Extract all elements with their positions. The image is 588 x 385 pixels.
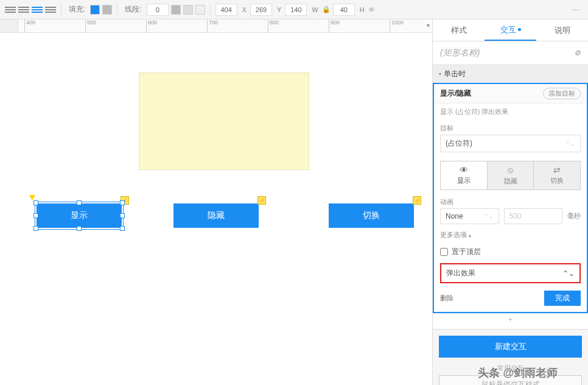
shape-label: 切换 xyxy=(363,210,380,221)
resize-handle[interactable] xyxy=(77,200,82,205)
ruler-tick: 600 xyxy=(146,19,157,33)
chevron-up-icon: ▴ xyxy=(469,233,471,238)
shape-name-placeholder: (矩形名称) xyxy=(440,48,480,58)
ruler-tick: 900 xyxy=(329,19,340,33)
more-options-toggle[interactable]: 更多选项 ▴ xyxy=(434,227,587,243)
canvas[interactable]: 显示 ⚡ 隐藏 ⚡ 切换 ⚡ xyxy=(18,33,432,385)
swap-icon: ⇄ xyxy=(534,165,580,175)
add-action-button[interactable]: + xyxy=(433,313,588,325)
tab-style[interactable]: 样式 xyxy=(433,19,485,41)
align-btn-2[interactable] xyxy=(18,5,29,14)
shape-name-field[interactable]: (矩形名称) ⚙ xyxy=(433,41,588,65)
watermark: 头条 @剑雨老师 xyxy=(478,366,558,380)
popup-effect-dropdown[interactable]: 弹出效果 ⌃⌄ xyxy=(440,263,581,283)
interaction-bolt-icon: ⚡ xyxy=(257,196,266,205)
duration-unit: 毫秒 xyxy=(567,211,581,224)
toolbar-more-icon[interactable]: ⋯ xyxy=(569,5,583,14)
target-dropdown[interactable]: (占位符) ⌃⌄ xyxy=(440,135,581,152)
animation-row: 动画 None ⌃⌄ 500 毫秒 xyxy=(434,195,587,227)
fill-swatch-blue[interactable] xyxy=(90,5,100,15)
lock-icon[interactable]: 🔒 xyxy=(322,5,331,13)
collapse-icon: ▾ xyxy=(439,71,441,77)
action-editor: 显示/隐藏 添加目标 显示 (占位符) 弹出效果 目标 (占位符) ⌃⌄ 👁 显… xyxy=(433,83,588,313)
top-toolbar: 填充: 线段: X Y W 🔒 H 👁 ⋯ xyxy=(0,0,588,19)
resize-handle[interactable] xyxy=(33,200,38,205)
shape-hide-button[interactable]: 隐藏 ⚡ xyxy=(173,203,259,228)
resize-handle[interactable] xyxy=(120,200,125,205)
chevron-down-icon: ⌃⌄ xyxy=(484,213,494,219)
placeholder-shape[interactable] xyxy=(139,72,309,170)
y-label: Y xyxy=(277,6,281,13)
align-btn-4[interactable] xyxy=(45,5,56,14)
resize-handle[interactable] xyxy=(33,213,38,218)
bring-front-checkbox[interactable] xyxy=(440,248,448,256)
ruler-tick: 800 xyxy=(268,19,279,33)
line-swatch-1[interactable] xyxy=(171,5,181,15)
inspector-panel: 样式 交互 说明 (矩形名称) ⚙ ▾ 单击时 显示/隐藏 添加目标 显示 (占… xyxy=(432,19,588,385)
fill-swatch-gray[interactable] xyxy=(102,5,112,15)
toggle-switch[interactable]: ⇄ 切换 xyxy=(534,161,580,189)
shape-label: 隐藏 xyxy=(208,210,225,221)
w-label: W xyxy=(312,6,318,13)
interaction-bolt-icon: ⚡ xyxy=(413,196,421,205)
x-label: X xyxy=(242,6,247,13)
align-btn-1[interactable] xyxy=(5,5,16,14)
panel-tabs: 样式 交互 说明 xyxy=(433,19,588,41)
shape-label: 显示 xyxy=(71,210,88,221)
delete-link[interactable]: 删除 xyxy=(440,294,453,303)
ruler-tick: 1000 xyxy=(390,19,404,33)
bring-to-front-row: 置于顶层 xyxy=(434,243,587,261)
anim-label: 动画 xyxy=(440,197,499,207)
action-title: 显示/隐藏 xyxy=(440,88,471,99)
ruler-corner xyxy=(0,19,18,33)
line-label: 线段: xyxy=(125,4,141,15)
x-input[interactable] xyxy=(215,4,237,16)
tab-interactions[interactable]: 交互 xyxy=(485,19,536,41)
action-footer: 删除 完成 xyxy=(434,286,587,312)
horizontal-ruler: 400 500 600 700 800 900 1000 ▾ xyxy=(18,19,432,33)
w-input[interactable] xyxy=(285,4,307,16)
visibility-icon[interactable]: 👁 xyxy=(368,6,375,13)
duration-input[interactable]: 500 xyxy=(504,208,563,224)
resize-handle[interactable] xyxy=(33,226,38,231)
visibility-toggle-group: 👁 显示 ⦸ 隐藏 ⇄ 切换 xyxy=(440,161,581,190)
selection-marker xyxy=(29,195,35,200)
h-input[interactable] xyxy=(333,4,355,16)
chevron-down-icon: ⌃⌄ xyxy=(565,141,575,147)
add-target-button[interactable]: 添加目标 xyxy=(543,88,581,99)
tab-notes[interactable]: 说明 xyxy=(536,19,588,41)
action-header: 显示/隐藏 添加目标 xyxy=(434,84,587,104)
target-label: 目标 xyxy=(440,124,581,133)
ruler-tick: 700 xyxy=(207,19,218,33)
shape-show-button[interactable]: 显示 ⚡ xyxy=(37,203,122,228)
y-input[interactable] xyxy=(250,4,272,16)
action-breadcrumb: 显示 (占位符) 弹出效果 xyxy=(434,104,587,120)
line-width-input[interactable] xyxy=(147,4,169,16)
ruler-tick: 400 xyxy=(24,19,35,33)
new-interaction-button[interactable]: 新建交互 xyxy=(439,336,582,358)
ruler-tick: 500 xyxy=(85,19,96,33)
align-btn-3[interactable] xyxy=(32,5,43,14)
line-swatch-2[interactable] xyxy=(183,5,193,15)
bring-front-label: 置于顶层 xyxy=(452,247,481,257)
chevron-down-icon: ⌃⌄ xyxy=(562,269,575,278)
toggle-hide[interactable]: ⦸ 隐藏 xyxy=(488,161,534,189)
fill-label: 填充: xyxy=(69,4,85,15)
toggle-show[interactable]: 👁 显示 xyxy=(441,161,488,189)
h-label: H xyxy=(360,6,365,13)
line-swatch-3[interactable] xyxy=(195,5,205,15)
target-field: 目标 (占位符) ⌃⌄ xyxy=(434,120,587,156)
resize-handle[interactable] xyxy=(120,226,125,231)
done-button[interactable]: 完成 xyxy=(544,291,581,306)
event-label: 单击时 xyxy=(444,69,466,79)
event-header[interactable]: ▾ 单击时 xyxy=(433,65,588,83)
settings-icon[interactable]: ⚙ xyxy=(574,49,581,57)
resize-handle[interactable] xyxy=(120,213,125,218)
eye-slash-icon: ⦸ xyxy=(488,165,534,175)
canvas-area: 400 500 600 700 800 900 1000 ▾ 显示 ⚡ 隐藏 ⚡ xyxy=(0,19,432,385)
resize-handle[interactable] xyxy=(77,226,82,231)
anim-dropdown[interactable]: None ⌃⌄ xyxy=(440,208,499,224)
ruler-scroll-icon[interactable]: ▾ xyxy=(427,22,430,29)
shape-toggle-button[interactable]: 切换 ⚡ xyxy=(329,203,414,228)
active-dot-icon xyxy=(518,28,521,31)
